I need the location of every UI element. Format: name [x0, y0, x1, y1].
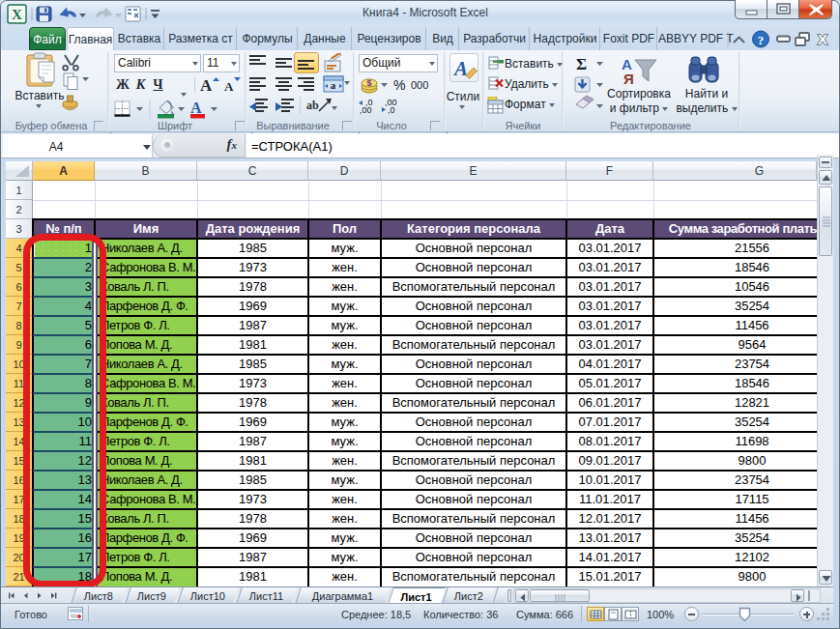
svg-text:000: 000: [411, 79, 428, 91]
svg-text:А: А: [190, 100, 202, 116]
svg-text:$: $: [366, 78, 371, 88]
svg-text:A: A: [452, 57, 468, 80]
svg-text:X: X: [12, 7, 22, 22]
svg-text:?: ?: [758, 33, 765, 47]
svg-text:a: a: [331, 79, 336, 91]
svg-text:%: %: [393, 77, 405, 93]
svg-text:А: А: [200, 76, 213, 95]
svg-text:,00: ,00: [360, 105, 372, 115]
svg-text:Σ: Σ: [576, 55, 587, 73]
svg-text:ab: ab: [306, 99, 319, 112]
svg-text:А: А: [224, 79, 234, 94]
svg-text:Я: Я: [623, 71, 634, 87]
svg-text:X: X: [818, 31, 827, 47]
svg-text:,0: ,0: [388, 105, 395, 115]
